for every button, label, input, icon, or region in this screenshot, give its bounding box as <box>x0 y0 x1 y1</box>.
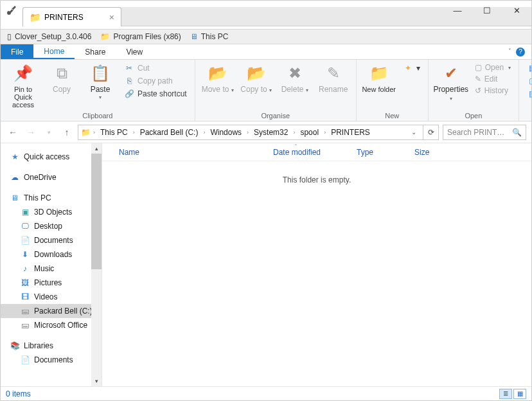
group-label: Organise <box>200 111 351 120</box>
history-button[interactable]: ↺History <box>472 85 513 96</box>
bookmark-item[interactable]: ▯ Clover_Setup_3.0.406 <box>7 32 91 41</box>
cut-button[interactable]: ✂Cut <box>121 62 190 74</box>
bookmark-item[interactable]: 🖥 This PC <box>190 32 229 41</box>
open-button[interactable]: ▢Open▾ <box>472 62 513 73</box>
paste-button[interactable]: 📋 Paste ▾ <box>83 62 118 101</box>
scroll-down-button[interactable]: ▾ <box>91 376 102 386</box>
libraries-icon: 📚 <box>10 341 20 350</box>
group-new: 📁 New folder ✦▾ New <box>357 60 429 121</box>
tree-item[interactable]: 🖴Microsoft Office <box>1 318 102 332</box>
col-type[interactable]: Type <box>351 148 409 157</box>
group-select: ▦Select all ▢Select none ▨Invert selecti… <box>519 60 532 121</box>
file-icon: ▯ <box>7 32 12 41</box>
copy-icon: ⧉ <box>57 62 67 84</box>
breadcrumb-segment[interactable]: PRINTERS <box>328 128 373 137</box>
breadcrumb-segment[interactable]: Windows <box>208 128 244 137</box>
tree-this-pc[interactable]: 🖥This PC <box>1 191 102 205</box>
videos-icon: 🎞 <box>20 292 30 301</box>
tree-scrollbar-thumb[interactable] <box>91 154 102 269</box>
tree-item[interactable]: ⬇Downloads <box>1 247 102 262</box>
view-details-button[interactable]: ≣ <box>499 389 512 399</box>
tree-item[interactable]: 🎞Videos <box>1 290 102 304</box>
back-button[interactable]: ← <box>6 127 20 138</box>
tab-share[interactable]: Share <box>75 44 116 59</box>
tree-item[interactable]: ▣3D Objects <box>1 205 102 219</box>
minimize-button[interactable]: — <box>443 1 472 20</box>
tree-onedrive[interactable]: ☁OneDrive <box>1 170 102 184</box>
scroll-up-button[interactable]: ▴ <box>91 143 102 154</box>
close-tab-icon[interactable]: × <box>109 12 114 22</box>
tree-item[interactable]: 📄Documents <box>1 353 102 367</box>
paste-shortcut-icon: 🔗 <box>124 89 134 98</box>
select-none-button[interactable]: ▢Select none <box>524 75 532 87</box>
documents-icon: 📄 <box>20 236 30 245</box>
bookmark-label: Program Files (x86) <box>113 32 181 41</box>
address-bar[interactable]: 📁 › This PC› Packard Bell (C:)› Windows›… <box>78 125 423 140</box>
tree-item-selected[interactable]: 🖴Packard Bell (C:) <box>1 304 102 318</box>
tab-file[interactable]: File <box>1 44 33 59</box>
col-size[interactable]: Size <box>409 148 434 157</box>
tree-item[interactable]: 🖵Desktop <box>1 219 102 233</box>
tree-item[interactable]: ♪Music <box>1 262 102 276</box>
pin-quick-access-button[interactable]: 📌 Pin to Quick access <box>6 62 40 109</box>
tab-view[interactable]: View <box>116 44 153 59</box>
ribbon-collapse-icon[interactable]: ˇ <box>509 48 511 55</box>
copy-to-button[interactable]: 📂 Copy to ▾ <box>239 62 274 94</box>
tab-home[interactable]: Home <box>33 44 75 59</box>
col-name[interactable]: Name <box>114 148 268 157</box>
properties-button[interactable]: ✔ Properties ▾ <box>434 62 468 102</box>
refresh-button[interactable]: ⟳ <box>423 125 439 140</box>
address-dropdown-icon[interactable]: ⌄ <box>407 129 420 136</box>
tree-quick-access[interactable]: ★Quick access <box>1 150 102 164</box>
view-large-icons-button[interactable]: ▦ <box>513 389 526 399</box>
bookmark-label: This PC <box>201 32 229 41</box>
new-item-button[interactable]: ✦▾ <box>400 62 423 74</box>
edit-icon: ✎ <box>475 75 481 84</box>
tree-libraries[interactable]: 📚Libraries <box>1 339 102 353</box>
group-label: Open <box>434 111 513 120</box>
breadcrumb-segment[interactable]: Packard Bell (C:) <box>137 128 201 137</box>
tree-item[interactable]: 🖼Pictures <box>1 276 102 290</box>
drive-icon: 🖴 <box>20 321 30 330</box>
ribbon-tabs: File Home Share View ˇ ? <box>1 44 531 60</box>
delete-button[interactable]: ✖ Delete ▾ <box>278 62 312 94</box>
copy-to-icon: 📂 <box>247 62 266 84</box>
new-folder-button[interactable]: 📁 New folder <box>362 62 396 93</box>
breadcrumb-segment[interactable]: This PC <box>98 128 130 137</box>
forward-button[interactable]: → <box>24 127 38 138</box>
breadcrumb-segment[interactable]: spool <box>297 128 321 137</box>
browser-tab[interactable]: 📁 PRINTERS × <box>22 7 121 26</box>
drive-icon: 🖴 <box>20 307 30 316</box>
bookmark-item[interactable]: 📁 Program Files (x86) <box>100 32 181 41</box>
tree-item[interactable]: 📄Documents <box>1 233 102 247</box>
recent-locations-button[interactable]: ▾ <box>42 129 56 136</box>
window-controls: — ☐ ✕ <box>443 1 531 20</box>
edit-button[interactable]: ✎Edit <box>472 74 513 84</box>
help-icon[interactable]: ? <box>516 48 525 57</box>
new-folder-icon: 📁 <box>369 62 389 84</box>
maximize-button[interactable]: ☐ <box>472 1 502 20</box>
rename-button[interactable]: ✎ Rename <box>316 62 351 94</box>
chevron-right-icon[interactable]: › <box>92 129 96 136</box>
up-button[interactable]: ↑ <box>60 127 74 138</box>
paste-shortcut-button[interactable]: 🔗Paste shortcut <box>121 88 190 100</box>
close-button[interactable]: ✕ <box>502 1 531 20</box>
move-to-icon: 📂 <box>208 62 227 84</box>
qat-tools-icon[interactable] <box>1 1 22 20</box>
copy-button[interactable]: ⧉ Copy <box>44 62 79 94</box>
move-to-button[interactable]: 📂 Move to ▾ <box>200 62 235 94</box>
status-bar: 0 items ≣ ▦ <box>1 386 531 400</box>
delete-icon: ✖ <box>288 62 301 84</box>
search-input[interactable]: Search PRINTE... 🔍 <box>443 125 526 140</box>
cut-icon: ✂ <box>124 64 134 73</box>
copy-path-button[interactable]: ⎘Copy path <box>121 75 190 87</box>
pin-icon: 📌 <box>13 62 33 84</box>
desktop-icon: 🖵 <box>20 222 30 231</box>
invert-selection-button[interactable]: ▨Invert selection <box>524 88 532 100</box>
open-icon: ▢ <box>475 63 482 72</box>
select-all-button[interactable]: ▦Select all <box>524 62 532 74</box>
col-date[interactable]: Date modified <box>268 148 351 157</box>
status-item-count: 0 items <box>6 389 31 398</box>
breadcrumb-segment[interactable]: System32 <box>251 128 290 137</box>
sort-indicator-icon: ˆ <box>295 143 297 150</box>
